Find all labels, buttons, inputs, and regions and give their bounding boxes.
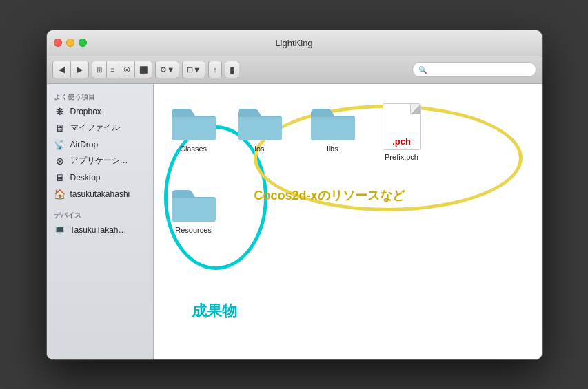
view-icon-button[interactable]: ⊞ bbox=[92, 61, 107, 78]
maximize-button[interactable] bbox=[79, 39, 87, 47]
view-cover-button[interactable]: ⬛ bbox=[135, 61, 152, 78]
main-content: よく使う項目 ❋ Dropbox 🖥 マイファイル 📡 AirDrop ⊛ アプ… bbox=[47, 84, 542, 359]
applications-icon: ⊛ bbox=[54, 155, 66, 167]
folder-svg-libs bbox=[310, 103, 356, 142]
file-item-resources[interactable]: Resources bbox=[168, 179, 220, 240]
sidebar-item-applications[interactable]: ⊛ アプリケーシ… bbox=[47, 153, 153, 169]
yellow-label: Cocos2d-xのリソースなど bbox=[254, 187, 424, 204]
file-item-prefix[interactable]: .pch Prefix.pch bbox=[380, 98, 424, 167]
folder-svg-resources bbox=[170, 185, 217, 223]
file-item-ios[interactable]: ios bbox=[234, 98, 286, 167]
device-icon: 💻 bbox=[54, 224, 66, 236]
window-title: LightKing bbox=[275, 38, 312, 48]
sidebar-item-label-apps: アプリケーシ… bbox=[70, 155, 128, 167]
sidebar-item-label-dropbox: Dropbox bbox=[70, 107, 101, 116]
share-button[interactable]: ↑ bbox=[208, 61, 222, 78]
sidebar-item-label-airdrop: AirDrop bbox=[70, 140, 99, 149]
myfiles-icon: 🖥 bbox=[54, 122, 66, 134]
view-col-button[interactable]: ⦿ bbox=[119, 61, 135, 78]
forward-button[interactable]: ▶ bbox=[71, 61, 88, 78]
favorites-section-label: よく使う項目 bbox=[47, 90, 153, 103]
sidebar-item-label-home: tasukutakahashi bbox=[70, 189, 130, 199]
sidebar-item-airdrop[interactable]: 📡 AirDrop bbox=[47, 136, 153, 153]
pch-extension: .pch bbox=[392, 136, 411, 147]
cyan-label: 成果物 bbox=[192, 301, 237, 322]
search-bar[interactable] bbox=[412, 62, 536, 77]
file-name-ios: ios bbox=[254, 145, 264, 153]
minimize-button[interactable] bbox=[66, 39, 74, 47]
arrange-button[interactable]: ⊟▼ bbox=[182, 61, 205, 78]
back-button[interactable]: ◀ bbox=[53, 61, 71, 78]
file-name-classes: Classes bbox=[180, 145, 207, 153]
folder-svg-ios bbox=[236, 103, 283, 142]
file-item-libs[interactable]: libs bbox=[307, 98, 359, 167]
file-name-prefix: Prefix.pch bbox=[385, 153, 418, 161]
file-name-resources: Resources bbox=[175, 226, 212, 234]
sidebar-item-device[interactable]: 💻 TasukuTakah… bbox=[47, 222, 153, 238]
file-item-classes[interactable]: Classes bbox=[168, 98, 220, 158]
airdrop-icon: 📡 bbox=[54, 138, 66, 151]
close-button[interactable] bbox=[54, 39, 62, 47]
action-button[interactable]: ⚙▼ bbox=[155, 61, 179, 78]
finder-window: LightKing ◀ ▶ ⊞ ≡ ⦿ ⬛ ⚙▼ ⊟▼ ↑ ▮ よく使う項目 ❋… bbox=[46, 30, 543, 360]
sidebar-item-myfiles[interactable]: 🖥 マイファイル bbox=[47, 120, 153, 136]
sidebar-item-desktop[interactable]: 🖥 Desktop bbox=[47, 169, 153, 186]
traffic-lights bbox=[54, 39, 87, 47]
content-area: Classes Resources bbox=[154, 84, 542, 359]
sidebar-item-label-desktop: Desktop bbox=[70, 173, 101, 182]
devices-section-label: デバイス bbox=[47, 208, 153, 222]
titlebar: LightKing bbox=[47, 30, 542, 56]
sidebar-item-dropbox[interactable]: ❋ Dropbox bbox=[47, 103, 153, 120]
view-buttons: ⊞ ≡ ⦿ ⬛ bbox=[92, 61, 153, 78]
terminal-button[interactable]: ▮ bbox=[225, 61, 239, 78]
toolbar: ◀ ▶ ⊞ ≡ ⦿ ⬛ ⚙▼ ⊟▼ ↑ ▮ bbox=[47, 56, 542, 84]
view-list-button[interactable]: ≡ bbox=[107, 61, 120, 78]
sidebar: よく使う項目 ❋ Dropbox 🖥 マイファイル 📡 AirDrop ⊛ アプ… bbox=[47, 84, 154, 359]
desktop-icon: 🖥 bbox=[54, 171, 66, 184]
pch-file-icon: .pch bbox=[383, 103, 421, 150]
home-icon: 🏠 bbox=[54, 188, 66, 200]
sidebar-item-label-device: TasukuTakah… bbox=[70, 225, 127, 235]
nav-buttons: ◀ ▶ bbox=[52, 61, 89, 78]
dropbox-icon: ❋ bbox=[54, 105, 66, 118]
file-name-libs: libs bbox=[327, 145, 338, 153]
folder-svg-classes bbox=[170, 103, 217, 142]
sidebar-item-home[interactable]: 🏠 tasukutakahashi bbox=[47, 186, 153, 202]
sidebar-item-label-myfiles: マイファイル bbox=[70, 122, 120, 134]
